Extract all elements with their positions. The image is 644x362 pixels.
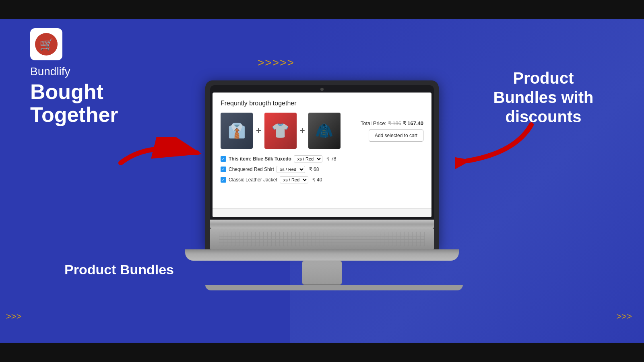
laptop-bottom: [185, 249, 459, 261]
item-line-2: ✓ Chequered Red Shirt xs / Red ₹ 68: [221, 166, 423, 173]
trackpad: [302, 261, 342, 285]
checkbox-1[interactable]: ✓: [221, 156, 226, 162]
item-select-2[interactable]: xs / Red: [277, 166, 305, 173]
laptop: Frequntly brougth together 👔 + 👕 +: [205, 80, 439, 290]
svg-text:🛒: 🛒: [39, 38, 54, 51]
arrow-decoration-bottom-left: >>>: [6, 311, 22, 322]
laptop-screen-outer: Frequntly brougth together 👔 + 👕 +: [205, 80, 439, 249]
logo-area: 🛒 Bundlify Bought Together: [30, 28, 191, 126]
camera-dot: [320, 88, 324, 91]
item-name-2: Chequered Red Shirt: [229, 167, 274, 172]
bought-together-heading: Bought Together: [30, 80, 191, 126]
product-row: 👔 + 👕 + 🧥 Total Price:: [221, 113, 423, 149]
product-img-jacket: 🧥: [308, 113, 341, 149]
product-img-tuxedo: 👔: [221, 113, 253, 149]
laptop-base: [210, 220, 434, 228]
plus-sign-2: +: [300, 125, 305, 136]
discounts-label: Product Bundles with discounts: [483, 68, 604, 126]
checkbox-3[interactable]: ✓: [221, 177, 226, 183]
add-to-cart-button[interactable]: Add selected to cart: [369, 130, 423, 142]
total-price-label: Total Price:: [361, 120, 386, 126]
red-arrow-left: [117, 137, 205, 169]
screen-title: Frequntly brougth together: [221, 100, 423, 107]
laptop-keyboard: [210, 228, 434, 249]
product-bundles-label: Product Bundles: [64, 262, 174, 278]
screen-bottom-bar: [213, 208, 431, 217]
item-select-3[interactable]: xs / Red: [280, 176, 308, 183]
logo-icon: 🛒: [34, 32, 58, 56]
keyboard-keys: [219, 232, 425, 246]
laptop-foot: [205, 285, 463, 290]
laptop-screen-bezel: Frequntly brougth together 👔 + 👕 +: [210, 85, 434, 220]
plus-sign-1: +: [256, 125, 261, 136]
checkbox-2[interactable]: ✓: [221, 167, 226, 172]
item-select-1[interactable]: xs / Red: [294, 155, 322, 162]
product-img-shirt: 👕: [264, 113, 297, 149]
old-price: ₹ 186: [388, 120, 401, 126]
brand-name: Bundlify: [30, 65, 191, 78]
item-price-2: ₹ 68: [309, 167, 319, 172]
bottom-bar: [0, 343, 644, 362]
item-name-1: This item: Blue Silk Tuxedo: [229, 156, 291, 162]
laptop-screen-content: Frequntly brougth together 👔 + 👕 +: [213, 93, 431, 217]
logo-box: 🛒: [30, 28, 62, 60]
item-price-3: ₹ 40: [312, 177, 322, 183]
top-bar: [0, 0, 644, 19]
item-line-1: ✓ This item: Blue Silk Tuxedo xs / Red ₹…: [221, 155, 423, 162]
price-cart-area: Total Price: ₹ 186 ₹ 167.40 Add selected…: [361, 120, 423, 142]
total-price: Total Price: ₹ 186 ₹ 167.40: [361, 120, 423, 126]
arrow-decoration-top: >>>>>: [258, 56, 295, 69]
item-line-3: ✓ Classic Leather Jacket xs / Red ₹ 40: [221, 176, 423, 183]
item-name-3: Classic Leather Jacket: [229, 177, 277, 183]
item-price-1: ₹ 78: [326, 156, 336, 162]
arrow-decoration-bottom-right: >>>: [616, 311, 632, 322]
new-price: ₹ 167.40: [403, 120, 423, 126]
